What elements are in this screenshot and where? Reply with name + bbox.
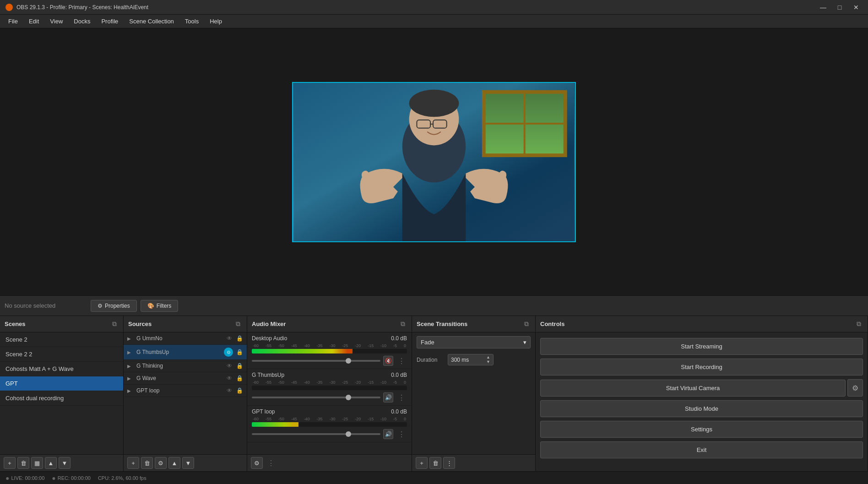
duration-up-button[interactable]: ▲ [486,355,490,359]
source-name-g-ummno: G UmmNo [136,335,223,342]
gpt-loop-audio-meter [252,422,407,427]
g-thumbsup-audio-name: G ThumbsUp [252,372,284,378]
scenes-up-button[interactable]: ▲ [45,457,57,469]
status-cpu: CPU: 2.6%, 60.00 fps [98,475,146,481]
source-item-g-ummno[interactable]: ▶ G UmmNo 👁 🔒 [124,332,247,345]
source-item-gpt-loop[interactable]: ▶ GPT loop 👁 🔒 [124,385,247,397]
sources-down-button[interactable]: ▼ [182,457,194,469]
start-virtual-camera-button[interactable]: Start Virtual Camera [540,380,846,397]
sources-add-button[interactable]: + [127,457,139,469]
eye-icon: 👁 [226,387,233,394]
source-item-g-wave[interactable]: ▶ G Wave 👁 🔒 [124,372,247,385]
audio-panel-expand-button[interactable]: ⧉ [399,319,407,329]
scene-item-cohost-dual[interactable]: Cohost dual recording [0,391,123,406]
desktop-audio-more-button[interactable]: ⋮ [396,357,407,365]
menu-tools[interactable]: Tools [180,16,203,27]
sources-panel-header: Sources ⧉ [124,316,247,332]
settings-button[interactable]: Settings [540,421,863,438]
scene-item-scene2[interactable]: Scene 2 [0,332,123,347]
controls-panel-title: Controls [540,321,564,327]
start-streaming-button[interactable]: Start Streaming [540,338,863,355]
transition-select[interactable]: Fade ▾ [417,336,531,348]
scenes-toolbar: + 🗑 ▦ ▲ ▼ [0,454,123,471]
menu-help[interactable]: Help [205,16,227,27]
duration-down-button[interactable]: ▼ [486,360,490,364]
left-panel: No source selected ⚙ Properties 🎨 Filter… [0,28,868,471]
menu-scene-collection[interactable]: Scene Collection [125,16,179,27]
no-source-text: No source selected [5,302,78,309]
scenes-panel-expand-button[interactable]: ⧉ [110,319,119,329]
app-icon [5,4,13,11]
svg-point-6 [409,89,459,116]
scene-item-scene2-2[interactable]: Scene 2 2 [0,347,123,362]
sources-up-button[interactable]: ▲ [168,457,180,469]
menu-profile[interactable]: Profile [97,16,123,27]
play-icon: ▶ [127,364,134,369]
g-thumbsup-audio-meter [252,386,407,390]
title-bar-controls: — □ ✕ [817,3,863,12]
transitions-add-button[interactable]: + [416,457,428,469]
audio-settings-button[interactable]: ⚙ [251,457,263,469]
menu-docks[interactable]: Docks [69,16,95,27]
transitions-panel-expand-button[interactable]: ⧉ [522,319,531,329]
sources-remove-button[interactable]: 🗑 [141,457,153,469]
desktop-audio-mute-button[interactable]: 🔇 [383,356,393,366]
g-thumbsup-audio-slider[interactable] [252,397,380,398]
desktop-audio-slider[interactable] [252,360,380,362]
sources-panel-expand-button[interactable]: ⧉ [234,319,242,329]
transitions-more-button[interactable]: ⋮ [443,457,455,469]
scene-item-cohosts[interactable]: Cohosts Matt A + G Wave [0,362,123,376]
duration-label: Duration [417,357,444,363]
filters-label: Filters [157,303,172,309]
audio-more-button[interactable]: ⋮ [266,459,277,468]
title-bar-left: OBS 29.1.3 - Profile: Primary - Scenes: … [5,4,148,11]
g-thumbsup-audio-more-button[interactable]: ⋮ [396,393,407,402]
filters-button[interactable]: 🎨 Filters [141,300,179,312]
gear-icon: ⚙ [852,384,858,392]
scenes-down-button[interactable]: ▼ [59,457,71,469]
preview-area [0,28,868,295]
start-recording-button[interactable]: Start Recording [540,359,863,375]
controls-panel-expand-button[interactable]: ⧉ [855,319,863,329]
audio-scale-3: -60-55-50-45-40-35-30-25-20-15-10-50 [252,417,407,421]
source-item-g-thinking[interactable]: ▶ G Thinking 👁 🔒 [124,360,247,372]
scenes-add-button[interactable]: + [4,457,16,469]
rec-label: REC: 00:00:00 [58,475,91,481]
cpu-label: CPU: 2.6%, 60.00 fps [98,475,146,481]
properties-button[interactable]: ⚙ Properties [91,300,137,312]
minimize-button[interactable]: — [817,3,830,12]
controls-panel: Controls ⧉ Start Streaming Start Recordi… [536,316,868,471]
gpt-loop-audio-mute-button[interactable]: 🔊 [383,429,393,439]
gpt-loop-audio-slider[interactable] [252,433,380,435]
preview-container [292,82,576,242]
menu-file[interactable]: File [4,16,22,27]
scenes-filter-button[interactable]: ▦ [31,457,43,469]
scenes-panel: Scenes ⧉ Scene 2 Scene 2 2 Cohosts Matt … [0,316,124,471]
sources-settings-button[interactable]: ⚙ [155,457,167,469]
scene-item-gpt[interactable]: GPT [0,376,123,391]
controls-content: Start Streaming Start Recording Start Vi… [536,332,868,471]
audio-scale-2: -60-55-50-45-40-35-30-25-20-15-10-50 [252,380,407,385]
studio-mode-button[interactable]: Studio Mode [540,400,863,417]
controls-panel-header: Controls ⧉ [536,316,868,332]
menu-view[interactable]: View [45,16,67,27]
audio-panel-title: Audio Mixer [252,321,286,327]
audio-channel-desktop: Desktop Audio 0.0 dB -60-55-50-45-40-35-… [247,332,412,369]
menu-edit[interactable]: Edit [24,16,43,27]
rec-indicator-icon: ● [52,474,55,482]
gpt-loop-audio-name: GPT loop [252,408,275,415]
source-name-gpt-loop: GPT loop [136,387,223,394]
g-thumbsup-audio-mute-button[interactable]: 🔊 [383,392,393,402]
live-label: LIVE: 00:00:00 [11,475,44,481]
source-name-g-thumbsup: G ThumbsUp [136,349,221,355]
virtual-camera-settings-button[interactable]: ⚙ [847,379,863,397]
close-button[interactable]: ✕ [850,3,863,12]
scenes-remove-button[interactable]: 🗑 [17,457,29,469]
lock-icon: 🔒 [236,363,243,369]
source-item-g-thumbsup[interactable]: ▶ G ThumbsUp ⚙ 🔒 [124,345,247,360]
gpt-loop-audio-more-button[interactable]: ⋮ [396,430,407,439]
exit-button[interactable]: Exit [540,441,863,458]
preview-video [293,83,575,241]
transitions-remove-button[interactable]: 🗑 [429,457,441,469]
maximize-button[interactable]: □ [833,3,846,12]
